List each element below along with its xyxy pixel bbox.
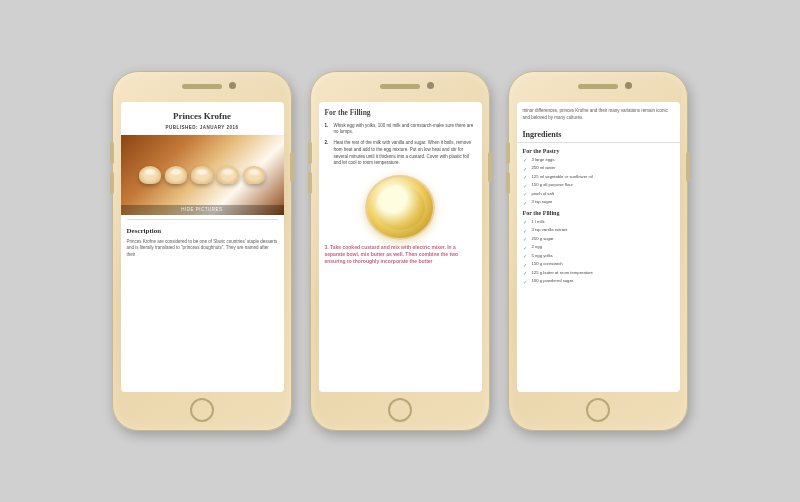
- phone-camera-3: [625, 82, 632, 89]
- step-1-text: Whisk egg with yolks, 100 ml milk and co…: [334, 123, 476, 137]
- description-text: Princes Krofne are considered to be one …: [121, 239, 284, 259]
- check-icon-11: ✓: [523, 253, 529, 260]
- pastry-item-2: ✓ 250 ml water: [517, 165, 680, 174]
- step-1-num: 1.: [325, 123, 331, 137]
- phone-side-btn-right-3: [686, 152, 690, 182]
- check-icon-6: ✓: [523, 200, 529, 207]
- filling-item-8: ✓ 100 g powdered sugar: [517, 278, 680, 287]
- pastry-item-1-text: 3 large eggs: [532, 157, 555, 163]
- pastry-item-3: ✓ 125 ml vegetable or sunflower oil: [517, 173, 680, 182]
- published-label: PUBLISHED: JANUARY 2016: [121, 125, 284, 135]
- phone-home-2[interactable]: [388, 398, 412, 422]
- filling-item-7-text: 125 g butter at room temperature: [532, 270, 593, 276]
- pastry-item-1: ✓ 3 large eggs: [517, 156, 680, 165]
- filling-subtitle: For the Filling: [517, 207, 680, 218]
- phone-side-btn-right-2: [488, 152, 492, 182]
- intro-text: minor differences, princes Krofne and th…: [517, 102, 680, 126]
- filling-item-1-text: 1 l milk: [532, 219, 545, 225]
- phone-2: For the Filling 1. Whisk egg with yolks,…: [310, 71, 490, 431]
- screen-1: Princes Krofne PUBLISHED: JANUARY 2016 H…: [121, 102, 284, 392]
- check-icon-4: ✓: [523, 183, 529, 190]
- phone-side-btn-left-bottom-3: [506, 172, 510, 194]
- filling-item-6: ✓ 150 g cornstarch: [517, 261, 680, 270]
- step-2: 2. Heat the rest of the milk with vanill…: [319, 140, 482, 171]
- check-icon-3: ✓: [523, 174, 529, 181]
- pastry-item-5: ✓ pinch of salt: [517, 190, 680, 199]
- phone-speaker-3: [578, 84, 618, 89]
- step-2-text: Heat the rest of the milk with vanilla a…: [334, 140, 476, 167]
- ingredients-title: Ingredients: [517, 126, 680, 143]
- phone-camera-2: [427, 82, 434, 89]
- filling-item-5-text: 5 egg yolks: [532, 253, 553, 259]
- screen-3: minor differences, princes Krofne and th…: [517, 102, 680, 392]
- pastry-item-3-text: 125 ml vegetable or sunflower oil: [532, 174, 593, 180]
- pastry-item-6: ✓ 3 tsp sugar: [517, 199, 680, 208]
- filling-item-2: ✓ 3 tsp vanilla extract: [517, 227, 680, 236]
- filling-item-3: ✓ 250 g sugar: [517, 235, 680, 244]
- filling-item-3-text: 250 g sugar: [532, 236, 554, 242]
- custard-inner: [375, 185, 425, 230]
- pastry-1: [139, 166, 161, 184]
- phone-side-btn-left-bottom-2: [308, 172, 312, 194]
- check-icon-8: ✓: [523, 228, 529, 235]
- filling-section-title: For the Filling: [319, 102, 482, 123]
- pastry-item-4: ✓ 150 g all purpose flour: [517, 182, 680, 191]
- recipe-title: Princes Krofne: [121, 102, 284, 125]
- pastry-4: [217, 166, 239, 184]
- phone-side-btn-left-top-2: [308, 142, 312, 164]
- phone-speaker-1: [182, 84, 222, 89]
- filling-item-4: ✓ 2 egg: [517, 244, 680, 253]
- divider-1: [127, 219, 278, 220]
- phone-3: minor differences, princes Krofne and th…: [508, 71, 688, 431]
- phone-home-3[interactable]: [586, 398, 610, 422]
- pastry-item-2-text: 250 ml water: [532, 165, 556, 171]
- published-prefix: PUBLISHED:: [165, 125, 198, 130]
- pastry-subtitle: For the Pastry: [517, 145, 680, 156]
- check-icon-14: ✓: [523, 279, 529, 286]
- hide-pictures-button[interactable]: HIDE PICTURES: [121, 205, 284, 215]
- pastry-image-container: [134, 161, 270, 189]
- check-icon-9: ✓: [523, 236, 529, 243]
- recipe-image: HIDE PICTURES: [121, 135, 284, 215]
- pastry-2: [165, 166, 187, 184]
- step-3-text: 3. Take cooked custard and mix with elec…: [319, 244, 482, 267]
- filling-item-7: ✓ 125 g butter at room temperature: [517, 269, 680, 278]
- phone-speaker-2: [380, 84, 420, 89]
- phone-side-btn-right-1: [290, 152, 294, 182]
- phone-side-btn-left-top-3: [506, 142, 510, 164]
- pastry-3: [191, 166, 213, 184]
- description-title: Description: [121, 224, 284, 239]
- filling-item-8-text: 100 g powdered sugar: [532, 278, 574, 284]
- phone-home-1[interactable]: [190, 398, 214, 422]
- filling-item-5: ✓ 5 egg yolks: [517, 252, 680, 261]
- pastry-item-4-text: 150 g all purpose flour: [532, 182, 573, 188]
- filling-item-4-text: 2 egg: [532, 244, 542, 250]
- published-date: JANUARY 2016: [200, 125, 239, 130]
- screen-2: For the Filling 1. Whisk egg with yolks,…: [319, 102, 482, 392]
- pastry-item-6-text: 3 tsp sugar: [532, 199, 553, 205]
- check-icon-7: ✓: [523, 219, 529, 226]
- check-icon-2: ✓: [523, 166, 529, 173]
- check-icon-12: ✓: [523, 262, 529, 269]
- filling-item-1: ✓ 1 l milk: [517, 218, 680, 227]
- phone-side-btn-left-top-1: [110, 142, 114, 164]
- pastry-5: [243, 166, 265, 184]
- step-2-num: 2.: [325, 140, 331, 167]
- phone-side-btn-left-bottom-1: [110, 172, 114, 194]
- phone-camera-1: [229, 82, 236, 89]
- step-1: 1. Whisk egg with yolks, 100 ml milk and…: [319, 123, 482, 141]
- phone-1: Princes Krofne PUBLISHED: JANUARY 2016 H…: [112, 71, 292, 431]
- pastry-item-5-text: pinch of salt: [532, 191, 554, 197]
- check-icon-1: ✓: [523, 157, 529, 164]
- check-icon-10: ✓: [523, 245, 529, 252]
- check-icon-13: ✓: [523, 270, 529, 277]
- scene: Princes Krofne PUBLISHED: JANUARY 2016 H…: [92, 51, 708, 451]
- filling-item-6-text: 150 g cornstarch: [532, 261, 563, 267]
- check-icon-5: ✓: [523, 191, 529, 198]
- custard-image: [365, 175, 435, 240]
- filling-item-2-text: 3 tsp vanilla extract: [532, 227, 568, 233]
